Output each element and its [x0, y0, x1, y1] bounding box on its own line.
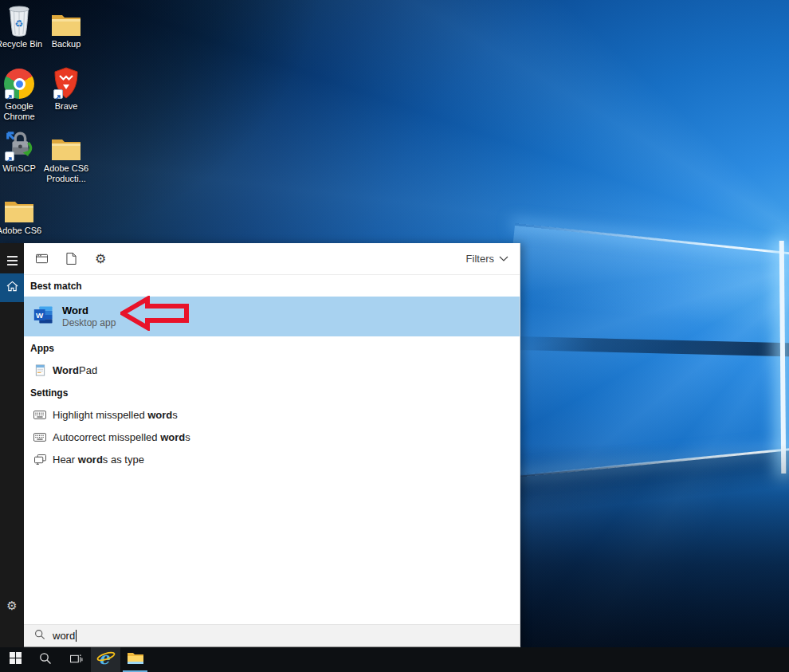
- search-icon: [34, 629, 45, 643]
- documents-filter-button[interactable]: [66, 253, 77, 265]
- result-title: Word: [62, 305, 116, 316]
- wordpad-icon: [33, 364, 46, 376]
- gear-icon: ⚙: [95, 253, 106, 265]
- task-view-button[interactable]: [61, 647, 91, 672]
- desktop-icon-winscp[interactable]: WinSCP: [0, 128, 44, 174]
- settings-filter-button[interactable]: ⚙: [95, 253, 106, 265]
- shortcut-arrow-icon: [5, 151, 14, 161]
- svg-text:W: W: [36, 311, 44, 320]
- home-button[interactable]: [0, 273, 24, 302]
- best-match-header: Best match: [24, 275, 520, 297]
- chevron-down-icon: [499, 256, 508, 261]
- gear-icon: ⚙: [6, 599, 17, 613]
- start-search-panel: ⚙ ⚙ Filters: [0, 243, 520, 647]
- desktop-icon-label: Recycle Bin: [0, 39, 42, 49]
- file-explorer-icon: [127, 651, 144, 668]
- screens-icon: [33, 454, 46, 465]
- apps-section-header: Apps: [24, 336, 520, 359]
- result-text: Autocorrect misspelled words: [53, 431, 190, 443]
- filters-dropdown[interactable]: Filters: [466, 253, 508, 265]
- result-text: WordPad: [53, 364, 97, 376]
- search-icon: [39, 652, 52, 668]
- keyboard-icon: [33, 411, 46, 419]
- desktop-icon-label: WinSCP: [2, 163, 36, 174]
- home-icon: [6, 281, 18, 295]
- internet-explorer-button[interactable]: e: [91, 647, 120, 672]
- shortcut-arrow-icon: [5, 89, 14, 99]
- taskbar-search-button[interactable]: [30, 647, 61, 672]
- search-query-text: word: [53, 630, 75, 642]
- search-bar: word: [24, 624, 520, 647]
- result-subtitle: Desktop app: [62, 317, 116, 328]
- svg-text:♻: ♻: [15, 18, 24, 29]
- shortcut-arrow-icon: [53, 89, 63, 99]
- search-filter-bar: ⚙ Filters: [24, 243, 520, 275]
- keyboard-icon: [33, 433, 46, 442]
- search-result-hear-words-as-type[interactable]: Hear words as type: [24, 448, 520, 470]
- desktop-icon-recycle-bin[interactable]: ♻ Recycle Bin: [0, 3, 44, 49]
- desktop-icon-label: Adobe CS6: [0, 226, 41, 236]
- result-text: Hear words as type: [53, 454, 144, 466]
- internet-explorer-icon: e: [96, 649, 116, 671]
- search-result-wordpad[interactable]: WordPad: [24, 359, 520, 381]
- desktop-icon-label: Google Chrome: [0, 101, 44, 121]
- desktop-icon-backup[interactable]: Backup: [41, 3, 91, 49]
- desktop-icon-adobe-cs6-production[interactable]: Adobe CS6 Producti...: [41, 128, 91, 183]
- taskbar: e: [0, 647, 789, 672]
- desktop-icon-google-chrome[interactable]: Google Chrome: [0, 65, 44, 121]
- recycle-bin-icon: ♻: [6, 3, 32, 37]
- word-app-icon: W: [33, 305, 54, 328]
- chrome-icon: [4, 65, 34, 99]
- settings-section-header: Settings: [24, 381, 520, 403]
- file-explorer-button[interactable]: [120, 647, 150, 672]
- annotation-arrow: [120, 296, 189, 334]
- text-caret: [76, 630, 77, 642]
- folder-icon: [4, 190, 34, 223]
- folder-icon: [51, 3, 81, 37]
- search-result-autocorrect-misspelled-words[interactable]: Autocorrect misspelled words: [24, 426, 520, 448]
- task-view-icon: [69, 653, 83, 667]
- search-sidebar: ⚙: [0, 243, 24, 647]
- desktop-icon-brave[interactable]: Brave: [41, 65, 91, 112]
- menu-button[interactable]: [0, 248, 24, 273]
- brave-icon: [53, 65, 80, 99]
- desktop-icon-label: Brave: [55, 101, 78, 112]
- desktop-icon-label: Adobe CS6 Producti...: [41, 163, 91, 183]
- search-result-highlight-misspelled-words[interactable]: Highlight misspelled words: [24, 403, 520, 426]
- apps-filter-button[interactable]: [36, 253, 48, 265]
- winscp-icon: [4, 128, 34, 161]
- start-button[interactable]: [0, 647, 30, 672]
- desktop-icon-label: Backup: [52, 39, 81, 49]
- search-results-panel: ⚙ Filters Best match W Word: [24, 243, 520, 647]
- search-result-word[interactable]: W Word Desktop app: [24, 297, 520, 336]
- hamburger-icon: [7, 256, 18, 265]
- settings-button[interactable]: ⚙: [0, 593, 24, 619]
- filters-label: Filters: [466, 253, 494, 265]
- folder-icon: [51, 128, 81, 161]
- result-text: Highlight misspelled words: [53, 409, 178, 421]
- search-input[interactable]: word: [53, 630, 77, 642]
- start-icon: [10, 652, 22, 667]
- desktop-icon-adobe-cs6[interactable]: Adobe CS6: [0, 190, 44, 236]
